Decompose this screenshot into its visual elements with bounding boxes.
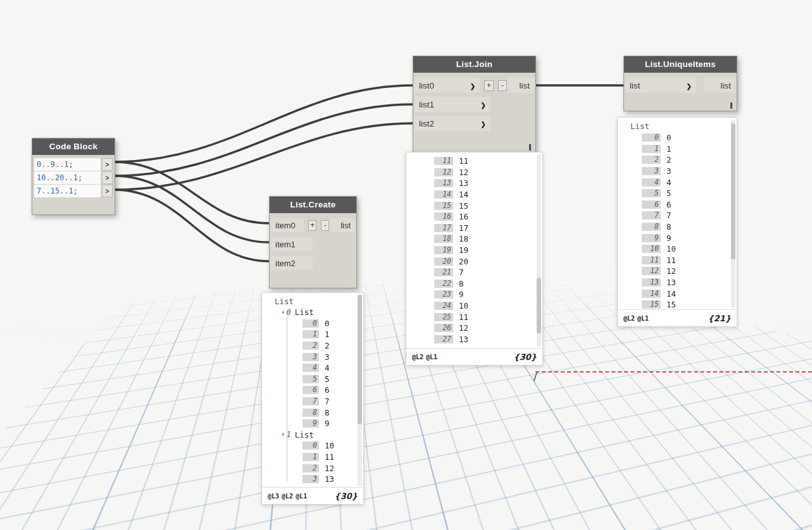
code-line[interactable]: 10..20..1; (34, 171, 101, 184)
wire-connection[interactable] (114, 176, 269, 242)
list-item-row: 1313 (642, 277, 737, 288)
node-list-unique-items[interactable]: List.UniqueItems list list (623, 56, 737, 111)
item-index: 3 (303, 353, 319, 361)
level-button[interactable]: @L2 (412, 354, 423, 361)
group-rows: 00112233445566778899 (262, 318, 363, 429)
port-chevron-icon (687, 81, 692, 90)
node-code-block[interactable]: Code Block 0..9..1; 10..20..1; 7..15..1; (32, 138, 115, 215)
level-button[interactable]: @L2 (623, 315, 635, 322)
output-port-list[interactable]: list (329, 218, 355, 232)
wire-connection[interactable] (114, 104, 413, 176)
item-index: 1 (303, 453, 319, 461)
code-line[interactable]: 7..15..1; (34, 185, 101, 197)
item-value: 11 (459, 312, 468, 322)
node-title[interactable]: List.Join (413, 56, 535, 73)
item-value: 8 (459, 279, 464, 288)
level-button[interactable]: @L3 (268, 493, 279, 500)
preview-scrollbar[interactable] (358, 295, 362, 486)
wire-connection[interactable] (114, 123, 413, 190)
collapse-triangle-icon[interactable]: ▾ (282, 309, 285, 316)
output-port-chevron-icon[interactable] (102, 185, 113, 197)
item-value: 15 (666, 300, 676, 309)
remove-port-button[interactable]: - (498, 80, 508, 91)
node-list-join[interactable]: List.Join list0 + - list list1 list2 (413, 56, 536, 153)
wire-connection[interactable] (114, 85, 413, 162)
item-value: 20 (459, 257, 468, 266)
port-row: item1 (271, 237, 355, 251)
list-item-row: 313 (262, 474, 363, 485)
scrollbar-thumb[interactable] (731, 123, 735, 259)
list-item-row: 111 (262, 452, 363, 463)
input-port-list0[interactable]: list0 (415, 78, 480, 93)
item-index: 2 (303, 464, 319, 472)
level-buttons: @L2@L1 (623, 315, 651, 322)
collapse-triangle-icon[interactable]: ▾ (282, 431, 285, 438)
list-item-row: 1212 (434, 167, 542, 178)
preview-bubble-list-join[interactable]: 1111121213131414151516161717181819192020… (406, 152, 543, 366)
code-block-body[interactable]: 0..9..1; 10..20..1; 7..15..1; (32, 155, 115, 214)
item-index: 13 (434, 179, 453, 187)
add-port-button[interactable]: + (308, 220, 316, 231)
group-index: 1 (287, 430, 291, 439)
code-line-row: 7..15..1; (34, 185, 113, 197)
output-port-chevron-icon[interactable] (102, 171, 113, 184)
port-chevron-icon (481, 119, 486, 128)
item-value: 6 (666, 200, 671, 209)
item-index: 11 (642, 256, 661, 264)
item-value: 4 (666, 178, 671, 187)
list-group-header[interactable]: ▾1List (262, 429, 363, 441)
wire-connection[interactable] (114, 190, 269, 261)
node-list-create[interactable]: List.Create item0 + - list item1 item2 (269, 196, 357, 288)
output-port-chevron-icon[interactable] (102, 158, 113, 171)
input-port-item1[interactable]: item1 (271, 237, 313, 251)
level-button[interactable]: @L1 (637, 315, 649, 322)
input-port-list2[interactable]: list2 (415, 116, 490, 131)
node-title[interactable]: List.Create (270, 197, 356, 213)
code-line-row: 0..9..1; (34, 158, 113, 171)
list-item-row: 44 (262, 362, 363, 374)
dynamo-workspace[interactable]: Code Block 0..9..1; 10..20..1; 7..15..1;… (0, 0, 812, 530)
preview-bubble-list-unique-items[interactable]: List 00112233445566778899101011111212131… (617, 117, 737, 327)
node-title[interactable]: Code Block (32, 139, 115, 155)
item-index: 18 (434, 235, 453, 243)
preview-root-label: List (262, 293, 363, 307)
level-button[interactable]: @L1 (296, 493, 307, 500)
port-row: item0 + - list (271, 218, 355, 232)
preview-scrollbar[interactable] (537, 154, 541, 347)
item-index: 16 (434, 213, 453, 221)
output-port-list[interactable]: list (507, 78, 534, 93)
input-port-item2[interactable]: item2 (271, 256, 313, 270)
port-chevron-icon (481, 100, 486, 109)
preview-scrollbar[interactable] (731, 120, 735, 308)
item-value: 13 (459, 335, 468, 344)
item-index: 21 (434, 268, 453, 276)
add-port-button[interactable]: + (484, 80, 494, 91)
list-item-row: 99 (642, 232, 737, 243)
scrollbar-thumb[interactable] (358, 295, 362, 424)
remove-port-button[interactable]: - (321, 220, 329, 231)
list-group-header[interactable]: ▾0List (262, 307, 363, 318)
item-value: 3 (666, 166, 671, 176)
item-index: 25 (434, 313, 453, 321)
scrollbar-thumb[interactable] (537, 278, 541, 333)
list-item-row: 22 (642, 154, 737, 166)
level-button[interactable]: @L1 (426, 354, 437, 361)
node-preview-toggle[interactable] (730, 102, 732, 109)
port-row: list list (625, 78, 735, 93)
item-value: 17 (459, 223, 468, 233)
node-preview-toggle[interactable] (529, 144, 531, 151)
preview-bubble-list-create[interactable]: List ▾0List00112233445566778899▾1List010… (261, 292, 364, 505)
input-port-list[interactable]: list (625, 78, 696, 93)
level-button[interactable]: @L2 (282, 493, 293, 500)
list-item-row: 00 (642, 132, 737, 144)
list-item-row: 66 (642, 199, 737, 211)
list-item-row: 11 (642, 144, 737, 155)
input-port-item0[interactable]: item0 (271, 218, 304, 232)
output-port-list[interactable]: list (704, 78, 735, 93)
group-label: List (295, 307, 314, 317)
group-index: 0 (287, 308, 291, 317)
item-index: 8 (303, 409, 319, 417)
input-port-list1[interactable]: list1 (415, 97, 490, 112)
code-line[interactable]: 0..9..1; (34, 158, 101, 171)
node-title[interactable]: List.UniqueItems (624, 56, 737, 73)
